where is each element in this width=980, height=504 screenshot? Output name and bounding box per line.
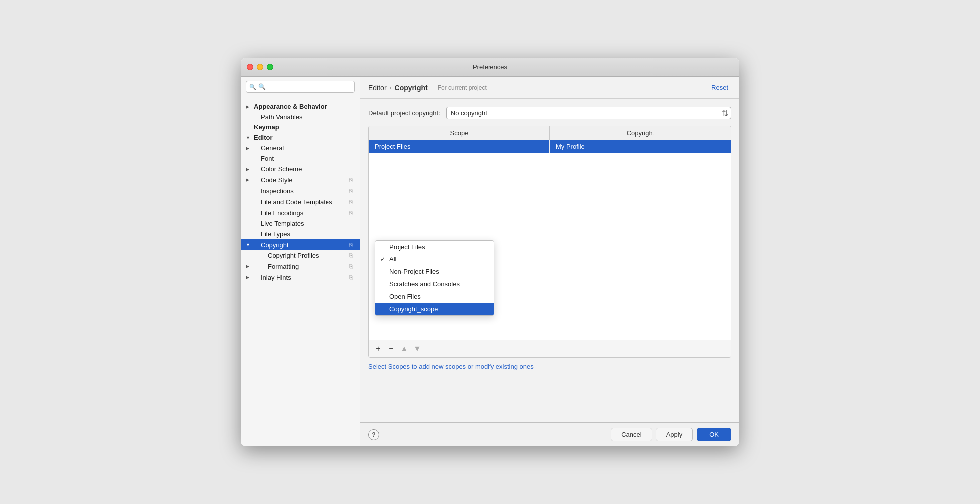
default-copyright-label: Default project copyright: xyxy=(368,109,440,117)
scope-table-header: Scope Copyright xyxy=(369,126,731,140)
sidebar-item-label: Keymap xyxy=(254,124,355,131)
copy-icon: ⎘ xyxy=(347,198,355,206)
sidebar-item-copyright[interactable]: ▼ Copyright ⎘ xyxy=(241,239,360,250)
arrow-icon: ▶ xyxy=(246,146,253,151)
dropdown-item-label: Copyright_scope xyxy=(389,305,438,313)
sidebar-item-path-variables[interactable]: Path Variables xyxy=(241,112,360,122)
sidebar-item-label: Font xyxy=(261,155,274,162)
sidebar-item-label: Copyright xyxy=(261,241,347,249)
close-button[interactable] xyxy=(247,64,253,70)
copyright-select[interactable]: No copyright My Profile xyxy=(446,107,731,119)
dropdown-item-all[interactable]: ✓ All xyxy=(375,253,494,265)
sidebar-item-label: File Encodings xyxy=(261,209,347,217)
arrow-icon: ▶ xyxy=(246,177,253,182)
dropdown-item-label: Scratches and Consoles xyxy=(389,280,460,288)
breadcrumb-current: Copyright xyxy=(395,84,428,92)
sidebar-item-label: Inlay Hints xyxy=(261,274,347,281)
sidebar-item-appearance[interactable]: ▶ Appearance & Behavior xyxy=(241,101,360,112)
sidebar-item-label: Live Templates xyxy=(261,220,355,227)
scope-table-body: Project Files My Profile Project Files ✓… xyxy=(369,140,731,340)
scope-table: Scope Copyright Project Files My Profile… xyxy=(368,126,731,358)
sidebar: 🔍 ▶ Appearance & Behavior Path Variables xyxy=(241,77,360,446)
arrow-icon: ▶ xyxy=(246,104,253,109)
scope-column-header: Scope xyxy=(369,126,550,140)
table-toolbar: + − ▲ ▼ xyxy=(369,340,731,357)
remove-row-button[interactable]: − xyxy=(386,343,397,354)
scope-dropdown: Project Files ✓ All Non-Project Files Sc… xyxy=(375,240,494,316)
copyright-column-header: Copyright xyxy=(550,126,731,140)
search-input[interactable] xyxy=(246,81,355,93)
copy-icon: ⎘ xyxy=(347,176,355,184)
dropdown-item-project-files[interactable]: Project Files xyxy=(375,241,494,253)
default-copyright-row: Default project copyright: No copyright … xyxy=(368,107,731,119)
search-wrapper: 🔍 xyxy=(246,81,355,93)
sidebar-item-file-types[interactable]: File Types xyxy=(241,229,360,239)
for-current-project-label: For current project xyxy=(438,84,487,91)
sidebar-item-label: Editor xyxy=(254,134,355,141)
breadcrumb: Editor › Copyright xyxy=(368,84,428,92)
copy-icon: ⎘ xyxy=(347,273,355,281)
arrow-down-icon: ▼ xyxy=(246,135,253,140)
dropdown-item-copyright-scope[interactable]: Copyright_scope xyxy=(375,303,494,315)
panel-header: Editor › Copyright For current project R… xyxy=(360,77,739,99)
cancel-button[interactable]: Cancel xyxy=(611,428,652,441)
panel-body: Default project copyright: No copyright … xyxy=(360,99,739,422)
sidebar-item-file-code-templates[interactable]: File and Code Templates ⎘ xyxy=(241,196,360,207)
title-bar: Preferences xyxy=(241,58,739,77)
add-row-button[interactable]: + xyxy=(373,343,384,354)
arrow-icon: ▶ xyxy=(246,264,253,269)
copyright-cell: My Profile xyxy=(550,140,731,153)
search-box: 🔍 xyxy=(241,77,360,97)
sidebar-item-code-style[interactable]: ▶ Code Style ⎘ xyxy=(241,174,360,185)
sidebar-item-label: Code Style xyxy=(261,176,347,184)
sidebar-item-file-encodings[interactable]: File Encodings ⎘ xyxy=(241,207,360,218)
move-down-button[interactable]: ▼ xyxy=(412,343,423,354)
copyright-select-wrapper: No copyright My Profile ⇅ xyxy=(446,107,731,119)
dropdown-item-label: All xyxy=(389,255,396,263)
main-panel: Editor › Copyright For current project R… xyxy=(360,77,739,446)
checkmark-icon: ✓ xyxy=(380,256,385,263)
minimize-button[interactable] xyxy=(257,64,263,70)
table-row[interactable]: Project Files My Profile xyxy=(369,140,731,153)
dropdown-item-non-project-files[interactable]: Non-Project Files xyxy=(375,265,494,278)
reset-button[interactable]: Reset xyxy=(708,83,731,92)
sidebar-item-color-scheme[interactable]: ▶ Color Scheme xyxy=(241,164,360,174)
scope-cell: Project Files xyxy=(369,140,550,153)
sidebar-item-label: General xyxy=(261,144,284,152)
dropdown-item-label: Project Files xyxy=(389,243,425,251)
copy-icon: ⎘ xyxy=(347,187,355,195)
sidebar-item-inlay-hints[interactable]: ▶ Inlay Hints ⎘ xyxy=(241,272,360,283)
move-up-button[interactable]: ▲ xyxy=(399,343,410,354)
dropdown-item-label: Open Files xyxy=(389,293,421,300)
sidebar-item-copyright-profiles[interactable]: Copyright Profiles ⎘ xyxy=(241,250,360,261)
help-button[interactable]: ? xyxy=(368,429,379,440)
breadcrumb-separator: › xyxy=(390,84,392,91)
sidebar-item-keymap[interactable]: Keymap xyxy=(241,122,360,132)
search-icon: 🔍 xyxy=(249,84,256,90)
dropdown-item-label: Non-Project Files xyxy=(389,268,439,275)
traffic-lights xyxy=(247,64,273,70)
copy-icon: ⎘ xyxy=(347,241,355,249)
sidebar-item-label: Formatting xyxy=(268,263,347,270)
copy-icon: ⎘ xyxy=(347,262,355,270)
window-title: Preferences xyxy=(473,63,507,71)
sidebar-item-label: File Types xyxy=(261,230,355,238)
ok-button[interactable]: OK xyxy=(697,428,731,441)
sidebar-item-label: Color Scheme xyxy=(261,165,302,173)
sidebar-item-formatting[interactable]: ▶ Formatting ⎘ xyxy=(241,261,360,272)
sidebar-item-general[interactable]: ▶ General xyxy=(241,143,360,153)
dropdown-item-open-files[interactable]: Open Files xyxy=(375,290,494,303)
sidebar-item-font[interactable]: Font xyxy=(241,153,360,164)
apply-button[interactable]: Apply xyxy=(656,428,693,441)
maximize-button[interactable] xyxy=(267,64,273,70)
copy-icon: ⎘ xyxy=(347,252,355,259)
sidebar-item-inspections[interactable]: Inspections ⎘ xyxy=(241,185,360,196)
sidebar-item-live-templates[interactable]: Live Templates xyxy=(241,218,360,229)
sidebar-item-label: Appearance & Behavior xyxy=(254,103,355,110)
select-scopes-link[interactable]: Select Scopes to add new scopes or modif… xyxy=(368,363,731,370)
sidebar-item-editor[interactable]: ▼ Editor xyxy=(241,132,360,143)
main-content: 🔍 ▶ Appearance & Behavior Path Variables xyxy=(241,77,739,446)
copy-icon: ⎘ xyxy=(347,209,355,217)
preferences-window: Preferences 🔍 ▶ Appearance & Behavior Pa… xyxy=(241,58,739,446)
dropdown-item-scratches-consoles[interactable]: Scratches and Consoles xyxy=(375,278,494,290)
